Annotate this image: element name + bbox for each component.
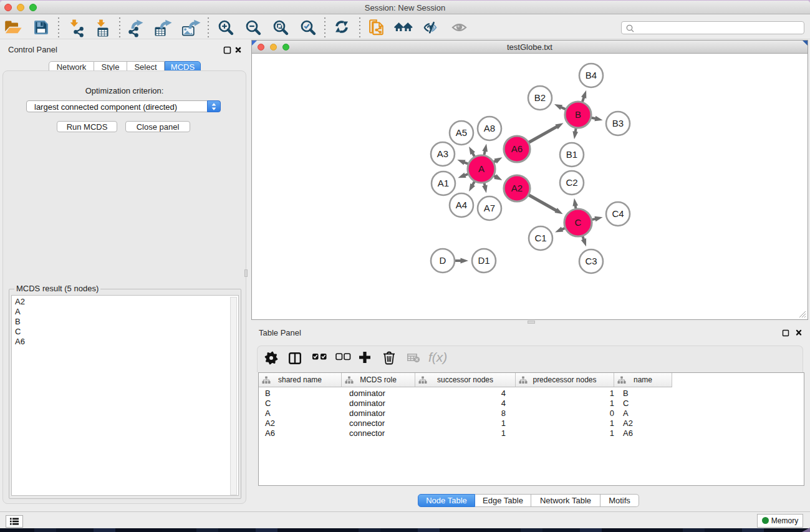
svg-text:A5: A5 bbox=[456, 127, 467, 138]
svg-text:B3: B3 bbox=[612, 118, 624, 128]
svg-text:A1: A1 bbox=[438, 178, 449, 188]
svg-text:C: C bbox=[575, 217, 582, 228]
svg-text:A8: A8 bbox=[484, 123, 495, 133]
svg-text:C2: C2 bbox=[566, 177, 577, 188]
svg-text:A7: A7 bbox=[484, 203, 495, 213]
svg-text:D: D bbox=[440, 255, 446, 266]
svg-text:A6: A6 bbox=[511, 143, 523, 154]
svg-text:B4: B4 bbox=[586, 70, 597, 80]
svg-text:C3: C3 bbox=[585, 256, 597, 266]
svg-text:B1: B1 bbox=[566, 149, 577, 160]
svg-text:C4: C4 bbox=[612, 208, 624, 219]
svg-text:D1: D1 bbox=[478, 255, 489, 266]
svg-text:B: B bbox=[575, 109, 581, 120]
svg-text:A: A bbox=[478, 163, 485, 174]
svg-text:A4: A4 bbox=[456, 200, 467, 210]
svg-text:f(x): f(x) bbox=[428, 350, 447, 364]
svg-text:B2: B2 bbox=[534, 92, 546, 103]
svg-text:A3: A3 bbox=[437, 148, 448, 159]
svg-text:A2: A2 bbox=[511, 183, 523, 193]
svg-text:C1: C1 bbox=[534, 233, 546, 243]
